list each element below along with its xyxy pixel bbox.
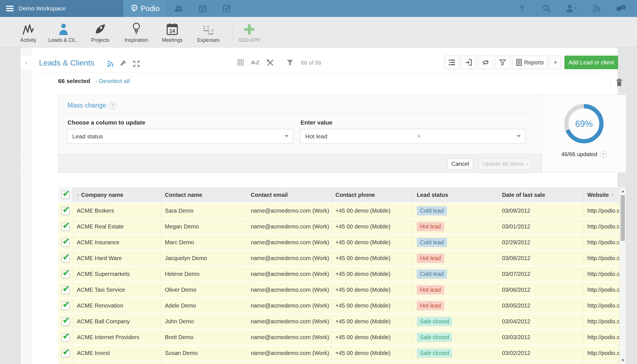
fullscreen-icon[interactable] xyxy=(133,60,140,67)
cell-website[interactable]: http://podio.co xyxy=(583,346,619,361)
filter-button[interactable] xyxy=(495,56,510,69)
scroll-columns-right-icon[interactable]: › xyxy=(612,191,614,199)
cell-website[interactable]: http://podio.co xyxy=(583,267,619,282)
clear-value-icon[interactable]: × xyxy=(417,133,421,140)
row-checkbox[interactable]: ✔ xyxy=(61,270,70,278)
sync-button[interactable] xyxy=(478,56,493,69)
cell-company[interactable]: ACME Ball Company xyxy=(73,314,161,329)
app-activity[interactable]: Activity xyxy=(11,21,45,43)
row-checkbox[interactable]: ✔ xyxy=(61,254,70,263)
chat-icon[interactable] xyxy=(609,0,634,17)
tools-icon[interactable] xyxy=(267,59,274,66)
table-row[interactable]: ✔ ACME Hard Ware Jacquelyn Demo name@acm… xyxy=(58,251,626,266)
row-checkbox[interactable]: ✔ xyxy=(61,238,70,247)
cell-company[interactable]: ACME Hard Ware xyxy=(73,251,161,266)
scroll-up-icon[interactable]: ▲ xyxy=(620,189,626,193)
table-row[interactable]: ✔ ACME Invest Susan Demo name@acmedemo.c… xyxy=(58,346,626,361)
help-icon[interactable]: ? xyxy=(509,0,534,17)
hamburger-menu-icon[interactable] xyxy=(6,6,14,11)
row-checkbox[interactable]: ✔ xyxy=(61,317,70,326)
podio-home-tab[interactable]: Podio xyxy=(123,0,167,17)
row-checkbox-cell: ✔ xyxy=(58,330,73,345)
table-row[interactable]: ✔ ACME Ball Company John Demo name@acmed… xyxy=(58,314,626,329)
import-button[interactable] xyxy=(461,56,476,69)
mass-change-help-icon[interactable]: ? xyxy=(109,102,116,109)
table-row[interactable]: ✔ ACME Taxi Service Oliver Demo name@acm… xyxy=(58,282,626,297)
contacts-tab[interactable] xyxy=(167,0,190,17)
scroll-down-icon[interactable]: ▼ xyxy=(620,358,626,362)
app-meetings[interactable]: 14 Meetings xyxy=(155,21,189,43)
app-expenses[interactable]: Expenses xyxy=(191,21,225,43)
table-row[interactable]: ✔ ACME Brokers Sara Demo name@acmedemo.c… xyxy=(58,203,626,218)
calendar-tab[interactable] xyxy=(191,0,214,17)
column-header-date[interactable]: Date of last sale xyxy=(498,187,583,202)
scrollbar-thumb[interactable] xyxy=(621,195,625,241)
expand-sidebar-button[interactable]: › xyxy=(21,55,32,71)
row-checkbox[interactable]: ✔ xyxy=(61,349,70,358)
cancel-button[interactable]: Cancel xyxy=(447,158,473,169)
app-projects[interactable]: Projects xyxy=(83,21,117,43)
cell-website[interactable]: http://podio.co xyxy=(583,235,619,250)
cell-website[interactable]: http://podio.co xyxy=(583,203,619,218)
cell-company[interactable]: ACME Insurance xyxy=(73,235,161,250)
cell-company[interactable]: ACME Real Estate xyxy=(73,219,161,234)
column-header-email[interactable]: Contact email xyxy=(247,187,331,202)
column-header-phone[interactable]: Contact phone xyxy=(331,187,413,202)
list-view-button[interactable] xyxy=(444,56,459,69)
cell-company[interactable]: ACME Invest xyxy=(73,346,161,361)
cell-date-of-last-sale: 03/02/2012 xyxy=(498,346,583,361)
column-header-website[interactable]: Website › xyxy=(583,187,619,202)
column-header-contact[interactable]: Contact name xyxy=(161,187,247,202)
tasks-tab[interactable] xyxy=(215,0,238,17)
row-checkbox[interactable]: ✔ xyxy=(61,302,70,310)
value-select[interactable]: Hot lead × xyxy=(300,129,525,144)
reports-button[interactable]: Reports xyxy=(512,56,548,69)
cell-company[interactable]: ACME Financial Services xyxy=(73,361,161,364)
column-header-status[interactable]: Lead status xyxy=(413,187,498,202)
cell-website[interactable]: http://podio.co xyxy=(583,298,619,313)
row-checkbox[interactable]: ✔ xyxy=(61,286,70,294)
cell-website[interactable]: http://podio.co xyxy=(583,282,619,297)
cell-company[interactable]: ACME Renovation xyxy=(73,298,161,313)
column-header-company[interactable]: ‹ Company name xyxy=(73,187,161,202)
table-row[interactable]: ✔ ACME Financial Services Adrian Demo na… xyxy=(58,361,626,364)
cell-website[interactable]: http://podio.co xyxy=(583,314,619,329)
app-stream-icon[interactable] xyxy=(107,60,114,67)
cell-company[interactable]: ACME Internet Providers xyxy=(73,330,161,345)
activity-stream-icon[interactable] xyxy=(584,0,609,17)
search-icon[interactable] xyxy=(534,0,559,17)
cell-company[interactable]: ACME Supermarkets xyxy=(73,267,161,282)
delete-selected-icon[interactable] xyxy=(616,79,623,87)
sort-az-icon[interactable]: A-Z xyxy=(251,60,259,66)
select-all-checkbox[interactable]: ✔ xyxy=(61,191,70,199)
cell-website[interactable]: http://podio.co xyxy=(583,219,619,234)
cell-website[interactable]: http://podio.co xyxy=(583,330,619,345)
table-row[interactable]: ✔ ACME Insurance Marc Demo name@acmedemo… xyxy=(58,235,626,250)
table-row[interactable]: ✔ ACME Renovation Adele Demo name@acmede… xyxy=(58,298,626,313)
table-scrollbar[interactable]: ▲ ▼ xyxy=(619,187,626,364)
grid-view-icon[interactable] xyxy=(237,59,244,66)
table-row[interactable]: ✔ ACME Internet Providers Brett Demo nam… xyxy=(58,330,626,345)
cell-website[interactable]: http://podio.co xyxy=(583,251,619,266)
updated-help-icon[interactable]: ? xyxy=(600,151,607,158)
add-app-button[interactable]: ADD APP xyxy=(232,21,266,43)
cell-website[interactable]: http://podio.co xyxy=(583,361,619,364)
table-row[interactable]: ✔ ACME Real Estate Megan Demo name@acmed… xyxy=(58,219,626,234)
row-checkbox[interactable]: ✔ xyxy=(61,333,70,342)
update-items-button[interactable]: Update 66 items › xyxy=(479,158,532,169)
row-checkbox[interactable]: ✔ xyxy=(61,207,70,215)
column-select[interactable]: Lead status xyxy=(67,129,293,144)
add-lead-button[interactable]: Add Lead or client xyxy=(564,56,618,69)
cell-company[interactable]: ACME Taxi Service xyxy=(73,282,161,297)
deselect-all-link[interactable]: - Deselect all xyxy=(95,78,130,84)
filter-funnel-icon[interactable] xyxy=(286,59,294,66)
table-row[interactable]: ✔ ACME Supermarkets Helene Demo name@acm… xyxy=(58,267,626,282)
app-inspiration[interactable]: Inspiration xyxy=(119,21,153,43)
add-view-button[interactable]: + xyxy=(550,56,561,69)
app-settings-wrench-icon[interactable] xyxy=(120,60,127,67)
cell-company[interactable]: ACME Brokers xyxy=(73,203,161,218)
row-checkbox[interactable]: ✔ xyxy=(61,223,70,231)
app-leads-clients[interactable]: Leads & Cli... xyxy=(47,21,80,43)
scroll-columns-left-icon[interactable]: ‹ xyxy=(77,191,79,199)
account-menu-icon[interactable] xyxy=(559,0,584,17)
